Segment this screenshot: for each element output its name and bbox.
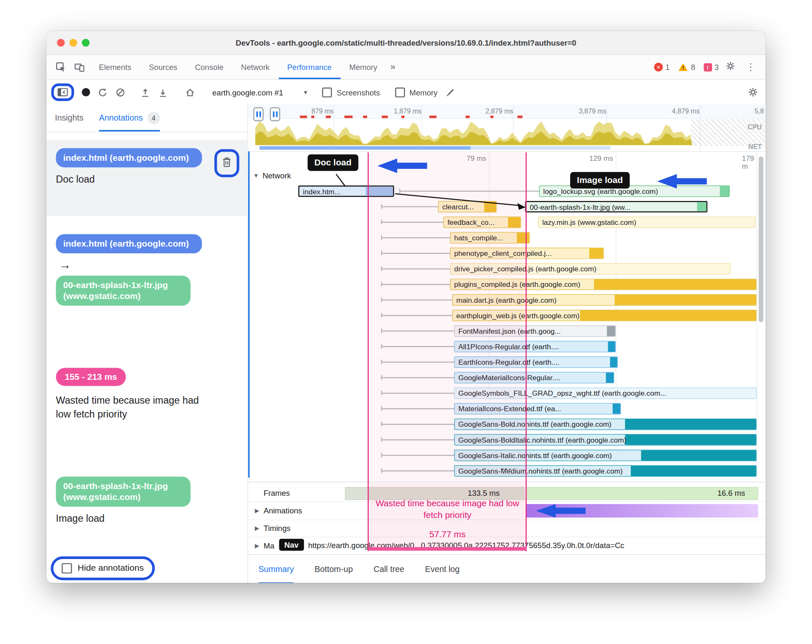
expand-triangle-icon[interactable]: ▶ xyxy=(255,542,259,549)
tab-network[interactable]: Network xyxy=(232,55,278,79)
settings-gear-icon[interactable] xyxy=(722,61,739,73)
network-request[interactable]: 00-earth-splash-1x-ltr.jpg (ww... xyxy=(525,201,708,212)
error-icon: ✕ xyxy=(654,63,663,72)
tab-sources[interactable]: Sources xyxy=(140,55,186,79)
warning-badge[interactable]: ! 8 xyxy=(678,63,695,72)
annotation-label[interactable]: Wasted time because image had low fetch … xyxy=(56,393,202,421)
tab-call-tree[interactable]: Call tree xyxy=(373,555,404,583)
kebab-menu-icon[interactable]: ⋮ xyxy=(742,61,759,73)
window-title: DevTools - earth.google.com/static/multi… xyxy=(236,39,576,47)
entity-pill-index-html[interactable]: index.html (earth.google.com) xyxy=(56,148,202,167)
minimize-window-button[interactable] xyxy=(69,39,77,47)
network-track-header[interactable]: ▼ Network xyxy=(253,171,291,180)
close-window-button[interactable] xyxy=(57,39,65,47)
record-button[interactable] xyxy=(82,88,90,96)
wasted-range-bar xyxy=(368,547,527,551)
overview-time-label: 2,879 ms xyxy=(486,107,513,115)
error-badge[interactable]: ✕ 1 xyxy=(654,63,670,72)
trash-icon[interactable] xyxy=(222,161,232,170)
long-task-mark xyxy=(326,116,331,118)
collect-garbage-icon[interactable] xyxy=(445,87,455,97)
wasted-time-range-wash xyxy=(368,152,526,482)
wasted-range-start-line xyxy=(367,152,368,551)
memory-checkbox-row[interactable]: Memory xyxy=(395,87,438,97)
waterfall-scrollbar[interactable] xyxy=(759,157,763,322)
overview-time-label: 879 ms xyxy=(311,107,334,115)
device-toolbar-icon[interactable] xyxy=(72,59,87,75)
animations-track-label: Animations xyxy=(264,506,302,515)
minimap-handle-right[interactable] xyxy=(270,107,280,121)
clear-recording-icon[interactable] xyxy=(116,87,126,97)
more-tabs-chevron-icon[interactable]: » xyxy=(386,62,400,72)
devtools-tabs: ElementsSourcesConsoleNetworkPerformance… xyxy=(90,55,386,79)
devtools-window: DevTools - earth.google.com/static/multi… xyxy=(46,31,765,583)
long-task-mark xyxy=(429,116,437,118)
screenshots-checkbox-row[interactable]: Screenshots xyxy=(322,87,380,97)
performance-toolbar: earth.google.com #1 ▾ Screenshots Memory xyxy=(46,80,765,106)
issues-badge[interactable]: ! 3 xyxy=(704,63,719,72)
annotation-label[interactable]: Doc load xyxy=(56,173,239,185)
long-task-mark xyxy=(363,116,367,118)
overview-time-label: 3,879 ms xyxy=(579,107,606,115)
status-badges: ✕ 1 ! 8 ! 3 xyxy=(649,61,759,73)
doc-load-annotation-chip[interactable]: Doc load xyxy=(308,155,358,171)
tab-summary[interactable]: Summary xyxy=(258,555,294,583)
annotations-sidebar: Insights Annotations 4 index.html (earth… xyxy=(46,105,248,583)
network-request[interactable]: lazy.min.js (www.gstatic.com) xyxy=(538,216,755,228)
hide-annotations-checkbox[interactable] xyxy=(62,563,72,574)
link-arrow-icon: → xyxy=(59,258,238,272)
issues-count: 3 xyxy=(714,63,719,72)
error-count: 1 xyxy=(666,63,670,72)
long-task-mark xyxy=(300,116,307,118)
time-range-pill[interactable]: 155 - 213 ms xyxy=(56,368,126,386)
upload-profile-icon[interactable] xyxy=(140,87,150,97)
entity-pill-index-html[interactable]: index.html (earth.google.com) xyxy=(56,234,202,253)
tab-elements[interactable]: Elements xyxy=(90,55,140,79)
annotations-list: index.html (earth.google.com) Doc load xyxy=(46,131,247,583)
target-selector-value: earth.google.com #1 xyxy=(212,88,283,97)
stage: DevTools - earth.google.com/static/multi… xyxy=(0,0,812,644)
minimap-handle-left[interactable] xyxy=(253,107,264,121)
tutorial-arrow-image-load-icon xyxy=(657,174,707,189)
download-profile-icon[interactable] xyxy=(158,87,168,97)
entity-pill-splash-image[interactable]: 00-earth-splash-1x-ltr.jpg (www.gstatic.… xyxy=(56,276,191,306)
annotation-card-doc-load[interactable]: index.html (earth.google.com) Doc load xyxy=(46,140,247,216)
capture-settings-gear-icon[interactable] xyxy=(748,87,758,98)
tab-event-log[interactable]: Event log xyxy=(425,555,460,583)
screenshots-checkbox[interactable] xyxy=(322,87,332,97)
content: Insights Annotations 4 index.html (earth… xyxy=(46,105,765,583)
inspect-element-icon[interactable] xyxy=(53,59,68,75)
timings-track-label: Timings xyxy=(264,524,290,533)
annotation-label[interactable]: Image load xyxy=(56,513,239,524)
timeline-overview[interactable]: 879 ms1,879 ms2,879 ms3,879 ms4,879 ms5,… xyxy=(248,105,766,152)
tab-console[interactable]: Console xyxy=(186,55,232,79)
titlebar: DevTools - earth.google.com/static/multi… xyxy=(46,31,765,55)
expand-triangle-icon[interactable]: ▶ xyxy=(255,525,259,531)
annotation-card-time-range[interactable]: 155 - 213 ms Wasted time because image h… xyxy=(46,368,247,421)
long-task-mark xyxy=(401,116,404,118)
tab-annotations[interactable]: Annotations 4 xyxy=(99,105,159,131)
expand-triangle-icon[interactable]: ▶ xyxy=(255,507,259,514)
net-track-label: NET xyxy=(748,143,762,151)
tab-insights[interactable]: Insights xyxy=(55,105,83,131)
home-icon[interactable] xyxy=(185,87,195,97)
tab-memory[interactable]: Memory xyxy=(340,55,386,79)
entity-pill-splash-image[interactable]: 00-earth-splash-1x-ltr.jpg (www.gstatic.… xyxy=(56,477,191,507)
tab-bottom-up[interactable]: Bottom-up xyxy=(315,555,353,583)
long-task-mark xyxy=(491,116,493,118)
main-track-label: Ma xyxy=(264,541,275,550)
memory-checkbox[interactable] xyxy=(395,87,405,97)
zoom-window-button[interactable] xyxy=(82,39,90,47)
annotation-card-image-load[interactable]: 00-earth-splash-1x-ltr.jpg (www.gstatic.… xyxy=(46,477,247,524)
nav-marker-chip[interactable]: Nav xyxy=(279,539,304,551)
memory-label: Memory xyxy=(409,88,437,97)
target-selector[interactable]: earth.google.com #1 ▾ xyxy=(212,88,307,97)
devtools-tabbar: ElementsSourcesConsoleNetworkPerformance… xyxy=(46,55,765,80)
long-task-mark xyxy=(465,116,470,118)
reload-and-record-icon[interactable] xyxy=(98,87,108,97)
tab-performance[interactable]: Performance xyxy=(278,55,340,79)
image-load-annotation-chip[interactable]: Image load xyxy=(570,172,630,189)
annotation-card-link[interactable]: index.html (earth.google.com) → 00-earth… xyxy=(46,234,247,306)
toggle-sidebar-icon[interactable] xyxy=(57,88,68,97)
hide-annotations-highlight-ring: Hide annotations xyxy=(51,556,154,580)
